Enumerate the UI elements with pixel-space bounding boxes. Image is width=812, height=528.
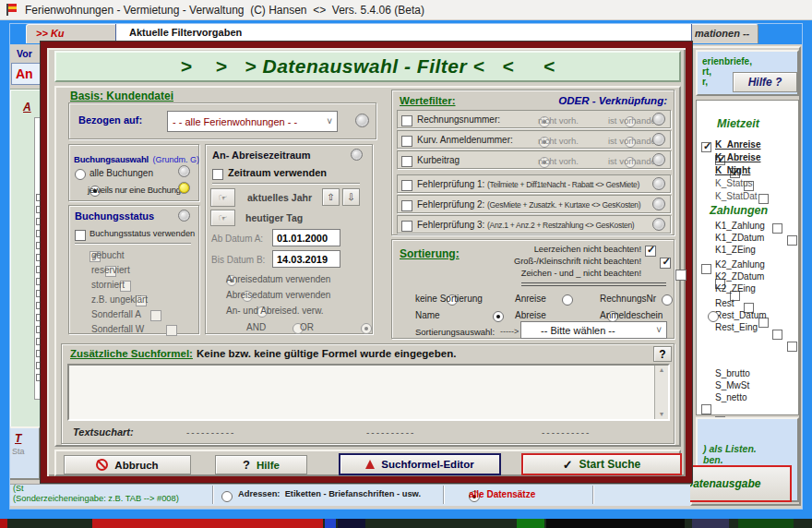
bis-datum-input[interactable] xyxy=(272,250,340,268)
textarea-scrollbar[interactable]: ▴ ▾ xyxy=(654,366,668,419)
dialog-header: > > > Datenauswahl - Filter < < < xyxy=(54,51,681,82)
ab-datum-input[interactable] xyxy=(272,229,340,246)
anreise-label: Anreise xyxy=(515,294,546,304)
or-radio[interactable] xyxy=(361,323,372,334)
scroll-down-icon[interactable]: ▾ xyxy=(660,411,663,418)
field-checkbox[interactable] xyxy=(701,264,711,274)
nicht-vorh-label: nicht vorh. xyxy=(538,115,579,126)
zeitraum-group: An- Abreisezeitraum Zeitraum verwenden ☞… xyxy=(205,144,373,334)
kurbeitrag-checkbox[interactable] xyxy=(401,156,412,167)
start-suche-button[interactable]: ✓ Start Suche xyxy=(521,453,682,475)
suchformel-title: Zusätzliche Suchformel: xyxy=(70,348,193,359)
flag-grossklein-checkbox[interactable] xyxy=(660,258,671,269)
field-checkbox[interactable] xyxy=(758,194,769,204)
adressen-radio[interactable] xyxy=(221,491,233,502)
aktuelles-jahr-label: aktuelles Jahr xyxy=(247,192,312,203)
rechnungsnummer-checkbox[interactable] xyxy=(401,115,412,126)
suchformel-editor-button[interactable]: Suchformel-Editor xyxy=(339,453,501,475)
field-checkbox[interactable] xyxy=(787,235,797,246)
zahlungen-title: Zahlungen xyxy=(710,204,768,217)
kurbeitrag-label: Kurbeitrag xyxy=(417,155,460,165)
tab-kundeninformationen[interactable]: >> Ku xyxy=(26,24,118,43)
buchungsstatus-verwenden-checkbox[interactable] xyxy=(75,230,86,241)
suchformel-status: Keine bzw. keine gültige Formel wurde ei… xyxy=(197,348,456,359)
field-checkbox[interactable] xyxy=(772,330,782,340)
bezogen-value: - - alle Ferienwohnungen - - xyxy=(173,116,297,127)
hilfe-button[interactable]: ? Hilfe xyxy=(215,455,307,474)
bezogen-dropdown[interactable]: - - alle Ferienwohnungen - - ˅ xyxy=(167,111,338,132)
status-sonderfall-a-checkbox[interactable] xyxy=(150,310,161,321)
strip-divider xyxy=(212,486,214,504)
status-storniert-label: storniert xyxy=(91,280,125,290)
scroll-up-icon[interactable]: ▴ xyxy=(660,366,663,374)
fehlerpruefung2-checkbox[interactable] xyxy=(401,200,412,211)
abbruch-button[interactable]: Abbruch xyxy=(64,455,191,474)
fehlerpruefung1-checkbox[interactable] xyxy=(401,180,412,191)
fehlerpruefung3-formula: (Anz.1 + Anz.2 + Restzahlung <> GesKoste… xyxy=(487,221,650,230)
year-up-button[interactable]: ⇧ xyxy=(322,188,340,206)
fehlerpruefung3-checkbox[interactable] xyxy=(401,221,412,232)
status-reserviert-label: reserviert xyxy=(91,265,130,275)
bezogen-led-indicator xyxy=(355,114,369,127)
row-led xyxy=(652,198,665,210)
heutiger-tag-button[interactable]: ☞ xyxy=(210,210,235,226)
suchformel-help-button[interactable]: ? xyxy=(653,346,672,362)
info-line: rt, xyxy=(702,66,711,77)
field-checkbox[interactable] xyxy=(701,404,711,414)
name-radio[interactable] xyxy=(493,311,504,322)
arrow-right-dashes: -----> xyxy=(500,327,519,336)
suchformel-group: Zusätzliche Suchformel: Keine bzw. keine… xyxy=(61,343,675,444)
strip-divider xyxy=(592,486,594,504)
kurbeitrag-row: Kurbeitrag nicht vorh. ist vorhanden xyxy=(397,150,671,169)
adressen-label: Adressen: Etiketten - Briefanschriften -… xyxy=(238,489,421,498)
and-label: AND xyxy=(246,322,266,332)
zeitraum-title: An- Abreisezeitraum xyxy=(212,150,311,161)
info-line: erienbriefe, xyxy=(702,56,752,66)
flag-zeichen-checkbox[interactable] xyxy=(675,270,687,281)
bis-datum-label: Bis Datum B: xyxy=(211,255,265,265)
field-label: K_StatDat xyxy=(715,191,758,201)
anreisedatum-label: Anreisedatum verwenden xyxy=(226,274,330,284)
sidebar-hilfe-button[interactable]: Hilfe ? xyxy=(733,72,797,92)
note-line1: (St xyxy=(13,484,24,493)
buchungsstatus-group: Buchungsstatus Buchungsstatus verwenden … xyxy=(68,205,199,334)
app-titlebar: Ferienwohnungen - Vermietung - Verwaltun… xyxy=(0,0,812,20)
status-sonderfall-w-label: Sonderfall W xyxy=(91,324,144,334)
app-title: Ferienwohnungen - Vermietung - Verwaltun… xyxy=(25,4,424,17)
flag-leerzeichen-checkbox[interactable] xyxy=(645,246,656,257)
year-down-button[interactable]: ⇩ xyxy=(342,188,360,206)
status-sonderfall-w-checkbox[interactable] xyxy=(166,325,177,336)
alle-buchungen-radio[interactable] xyxy=(75,169,86,180)
buchungsstatus-title: Buchungsstatus xyxy=(75,210,154,222)
bezogen-group: Bezogen auf: - - alle Ferienwohnungen - … xyxy=(68,102,376,139)
arrow-down-icon: ⇩ xyxy=(347,192,354,202)
anreise-radio[interactable] xyxy=(562,294,573,306)
an-field-text: An xyxy=(16,66,33,81)
anmeldenummer-checkbox[interactable] xyxy=(401,136,412,147)
field-checkbox[interactable] xyxy=(772,223,782,234)
zeitraum-verwenden-checkbox[interactable] xyxy=(212,169,223,180)
app-icon xyxy=(5,3,18,17)
chevron-down-icon: ˅ xyxy=(327,116,332,126)
anmeldeschein-radio[interactable] xyxy=(708,311,719,322)
dialog-titlebar[interactable]: Aktuelle Filtervorgaben xyxy=(115,23,692,42)
sortierungsauswahl-label: Sortierungsauswahl: xyxy=(415,327,495,337)
desktop-fragment xyxy=(546,519,685,528)
sortierung-dropdown[interactable]: -- Bitte wählen -- ˅ xyxy=(520,321,667,339)
aktuelles-jahr-button[interactable]: ☞ xyxy=(210,188,235,207)
row-led xyxy=(652,113,665,126)
field-checkbox[interactable] xyxy=(787,342,797,352)
sortierung-dropdown-value: -- Bitte wählen -- xyxy=(541,325,615,336)
fehlerpruefung1-label: Fehlerprüfung 1: xyxy=(417,179,484,189)
desktop-fragment xyxy=(92,519,323,528)
field-checkbox[interactable] xyxy=(701,142,711,152)
an-field[interactable]: An xyxy=(11,63,41,85)
rechnungsnr-radio[interactable] xyxy=(662,294,673,306)
zeitraum-led xyxy=(351,149,363,161)
abbruch-label: Abbruch xyxy=(114,460,158,471)
desktop-fragment xyxy=(738,519,794,528)
suchformel-textarea[interactable] xyxy=(67,364,670,421)
sidebar-hilfe-label: Hilfe ? xyxy=(748,76,782,89)
chevron-down-icon: ˅ xyxy=(656,325,662,335)
hand-icon: ☞ xyxy=(219,212,228,224)
